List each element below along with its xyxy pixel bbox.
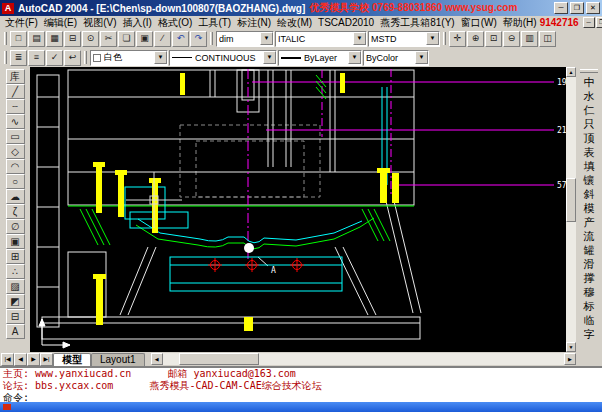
toolbar-drag-handle[interactable] — [580, 69, 598, 73]
vertical-scrollbar[interactable]: ▲ ▼ — [566, 67, 576, 352]
tab-last-icon[interactable]: ▶| — [40, 353, 53, 366]
toolbar-grip[interactable] — [4, 51, 7, 64]
menu-help[interactable]: 帮助(H) — [500, 16, 540, 30]
menu-yanxiu-toolbox[interactable]: 燕秀工具箱81(Y) — [377, 16, 457, 30]
doc-minimize-button[interactable]: ─ — [583, 17, 595, 28]
toolbox-item-4[interactable]: 顶 — [578, 131, 600, 145]
ellipse-button[interactable]: ∅ — [6, 219, 25, 234]
toolbox-item-8[interactable]: 斜 — [578, 187, 600, 201]
toolbox-item-12[interactable]: 罐 — [578, 243, 600, 257]
toolbox-item-14[interactable]: 撑 — [578, 271, 600, 285]
toolbox-item-9[interactable]: 模 — [578, 201, 600, 215]
arc-button[interactable]: ◠ — [6, 159, 25, 174]
paste-button[interactable]: ▣ — [136, 31, 153, 47]
redo-button[interactable]: ↷ — [190, 31, 207, 47]
scroll-left-icon[interactable]: ◀ — [151, 353, 163, 365]
linetype-combo[interactable]: CONTINUOUS ▼ — [169, 50, 277, 66]
start-icon[interactable] — [3, 404, 11, 410]
chevron-down-icon[interactable]: ▼ — [263, 51, 276, 64]
polygon-button[interactable]: ◇ — [6, 144, 25, 159]
layer-properties-button[interactable]: ≣ — [10, 50, 27, 66]
properties-button[interactable]: ▥ — [521, 31, 538, 47]
zoom-previous-button[interactable]: ⊖ — [503, 31, 520, 47]
color-combo[interactable]: 白色 ▼ — [90, 50, 168, 66]
polyline-button[interactable]: ∿ — [6, 114, 25, 129]
scroll-right-icon[interactable]: ▶ — [564, 353, 576, 365]
horizontal-scrollbar[interactable]: ◀ ▶ — [151, 353, 576, 365]
layer-states-button[interactable]: ≡ — [28, 50, 45, 66]
designcenter-button[interactable]: ◫ — [539, 31, 556, 47]
tab-first-icon[interactable]: |◀ — [1, 353, 14, 366]
find-button[interactable]: ⊙ — [82, 31, 99, 47]
print-button[interactable]: ⊟ — [64, 31, 81, 47]
maximize-button[interactable]: ❐ — [570, 2, 584, 14]
zoom-window-button[interactable]: ⊡ — [485, 31, 502, 47]
toolbox-item-17[interactable]: 临 — [578, 313, 600, 327]
revcloud-button[interactable]: ☁ — [6, 189, 25, 204]
menu-insert[interactable]: 插入(I) — [119, 16, 154, 30]
menu-format[interactable]: 格式(O) — [155, 16, 195, 30]
vertical-scroll-track[interactable] — [566, 77, 576, 342]
open-button[interactable]: ▤ — [28, 31, 45, 47]
menu-tscad[interactable]: TSCAD2010 — [315, 17, 377, 28]
zoom-realtime-button[interactable]: ⊕ — [467, 31, 484, 47]
chevron-down-icon[interactable]: ▼ — [260, 32, 273, 45]
hatch-button[interactable]: ▨ — [6, 279, 25, 294]
new-button[interactable]: □ — [10, 31, 27, 47]
dim-layer-combo[interactable]: dim ▼ — [216, 31, 274, 47]
tab-prev-icon[interactable]: ◀ — [14, 353, 27, 366]
point-button[interactable]: ∴ — [6, 264, 25, 279]
circle-button[interactable]: ○ — [6, 174, 25, 189]
toolbox-item-11[interactable]: 流 — [578, 229, 600, 243]
chevron-down-icon[interactable]: ▼ — [426, 32, 439, 45]
command-window[interactable]: 主页: www.yanxiucad.cn 邮箱 yanxiucad@163.co… — [0, 366, 602, 402]
make-layer-current-button[interactable]: ✓ — [46, 50, 63, 66]
scroll-down-icon[interactable]: ▼ — [566, 342, 576, 352]
undo-button[interactable]: ↶ — [172, 31, 189, 47]
doc-restore-button[interactable]: ❐ — [596, 17, 602, 28]
chevron-down-icon[interactable]: ▼ — [348, 51, 361, 64]
toolbox-item-7[interactable]: 镶 — [578, 173, 600, 187]
save-button[interactable]: ▦ — [46, 31, 63, 47]
cut-button[interactable]: ✂ — [100, 31, 117, 47]
toolbar-grip[interactable] — [4, 32, 7, 45]
toolbar-grip[interactable] — [84, 51, 87, 64]
toolbar-grip[interactable] — [210, 32, 213, 45]
table-button[interactable]: ⊟ — [6, 309, 25, 324]
chevron-down-icon[interactable]: ▼ — [415, 51, 428, 64]
toolbox-item-1[interactable]: 水 — [578, 89, 600, 103]
menu-file[interactable]: 文件(F) — [2, 16, 41, 30]
scroll-up-icon[interactable]: ▲ — [566, 67, 576, 77]
insert-block-button[interactable]: ▣ — [6, 234, 25, 249]
menu-dimension[interactable]: 标注(N) — [234, 16, 274, 30]
tab-model[interactable]: 模型 — [53, 353, 91, 366]
toolbox-item-10[interactable]: 产 — [578, 215, 600, 229]
line-button[interactable]: ╱ — [6, 84, 25, 99]
menu-tools[interactable]: 工具(T) — [195, 16, 234, 30]
toolbox-item-2[interactable]: 仁 — [578, 103, 600, 117]
menu-edit[interactable]: 编辑(E) — [41, 16, 80, 30]
gradient-button[interactable]: ◩ — [6, 294, 25, 309]
drawing-canvas[interactable]: 19 21 57 A — [30, 67, 566, 352]
tab-next-icon[interactable]: ▶ — [27, 353, 40, 366]
horizontal-scroll-thumb[interactable] — [179, 353, 259, 365]
toolbox-item-15[interactable]: 穆 — [578, 285, 600, 299]
toolbox-item-16[interactable]: 标 — [578, 299, 600, 313]
layer-previous-button[interactable]: ↩ — [64, 50, 81, 66]
construction-line-button[interactable]: ┄ — [6, 99, 25, 114]
minimize-button[interactable]: ─ — [554, 2, 568, 14]
toolbox-item-0[interactable]: 中 — [578, 75, 600, 89]
tab-layout1[interactable]: Layout1 — [91, 353, 145, 366]
toolbox-item-18[interactable]: 字 — [578, 327, 600, 341]
dim-style-combo[interactable]: MSTD ▼ — [368, 31, 440, 47]
menu-modify[interactable]: 绘改(M) — [274, 16, 315, 30]
lineweight-combo[interactable]: ByLayer ▼ — [278, 50, 362, 66]
text-style-combo[interactable]: ITALIC ▼ — [275, 31, 367, 47]
toolbox-item-3[interactable]: 只 — [578, 117, 600, 131]
vertical-scroll-thumb[interactable] — [566, 178, 576, 222]
make-block-button[interactable]: ⊞ — [6, 249, 25, 264]
spline-button[interactable]: ζ — [6, 204, 25, 219]
plotstyle-combo[interactable]: ByColor ▼ — [363, 50, 429, 66]
chevron-down-icon[interactable]: ▼ — [353, 32, 366, 45]
copy-button[interactable]: ❏ — [118, 31, 135, 47]
